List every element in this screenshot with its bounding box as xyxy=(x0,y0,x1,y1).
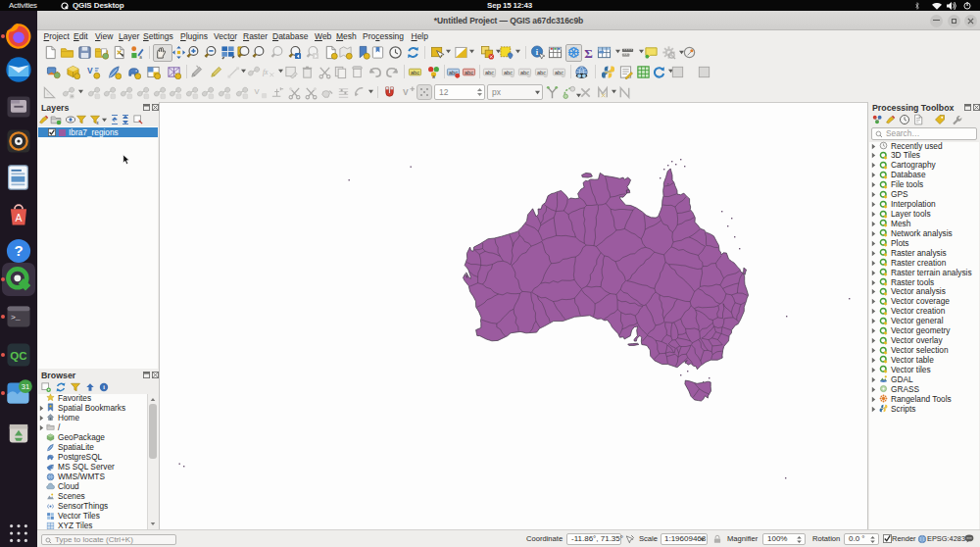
svg-text:V: V xyxy=(254,87,259,96)
svg-text:>_: >_ xyxy=(11,313,21,322)
svg-text:V: V xyxy=(402,87,408,97)
svg-text:abc: abc xyxy=(464,70,472,75)
svg-text:A: A xyxy=(16,213,23,224)
svg-text:Σ: Σ xyxy=(584,46,593,60)
svg-text:?: ? xyxy=(14,242,23,259)
svg-text:a: a xyxy=(139,55,142,60)
svg-text:31: 31 xyxy=(22,382,29,391)
svg-text:abc: abc xyxy=(410,70,418,75)
svg-text:ε: ε xyxy=(97,120,100,125)
svg-text:a: a xyxy=(432,74,435,79)
svg-text:QC: QC xyxy=(10,350,26,362)
svg-text:V: V xyxy=(86,66,92,75)
svg-text:fx: fx xyxy=(262,68,268,76)
